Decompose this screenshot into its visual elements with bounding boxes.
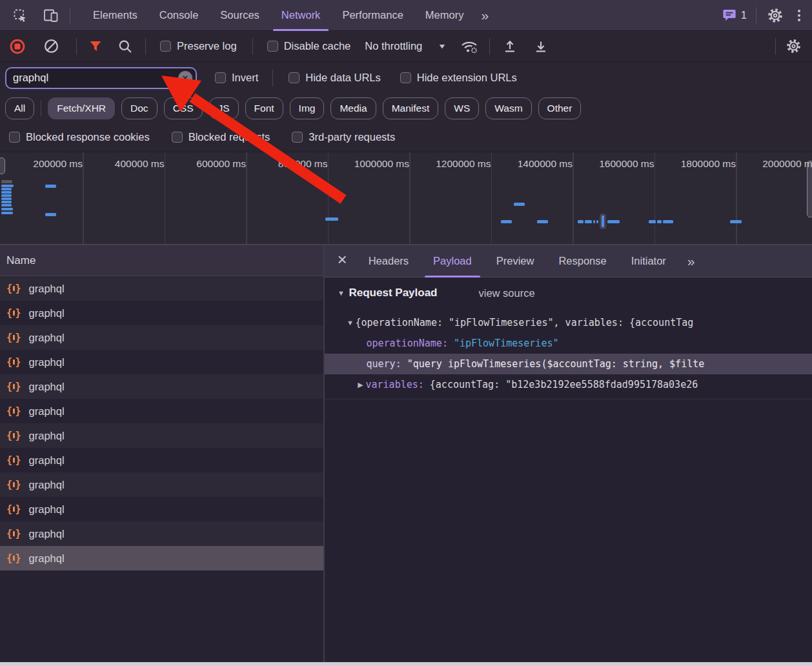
request-row[interactable]: {}graphql [0,399,323,423]
request-row[interactable]: {}graphql [0,301,323,325]
details-tab-payload[interactable]: Payload [421,245,484,278]
details-tab-preview[interactable]: Preview [484,245,547,278]
request-row[interactable]: {}graphql [0,546,323,570]
filter-input[interactable] [5,67,197,89]
brace: { [6,307,12,319]
waterfall-bar [1,188,12,190]
payload-query-line-selected[interactable]: query: "query ipFlowTimeseries($accountT… [325,354,812,374]
request-row[interactable]: {}graphql [0,325,323,350]
request-row[interactable]: {}graphql [0,276,323,301]
payload-summary-line[interactable]: ▼ {operationName: "ipFlowTimeseries", va… [325,312,812,333]
overview-left-handle[interactable] [0,157,5,174]
tab-memory[interactable]: Memory [414,0,475,31]
disable-cache-checkbox[interactable] [267,41,278,52]
brace: } [15,503,21,515]
request-row[interactable]: {}graphql [0,374,323,399]
3rd-party-requests-checkbox[interactable] [292,132,303,143]
preserve-log-checkbox[interactable] [160,41,171,52]
chip-css[interactable]: CSS [164,97,203,119]
expand-triangle-icon[interactable]: ▼ [345,319,356,327]
network-settings-gear-icon[interactable] [784,37,803,56]
payload-summary-text: {operationName: "ipFlowTimeseries", vari… [356,317,694,328]
network-conditions-icon[interactable] [460,37,479,56]
details-tab-response[interactable]: Response [546,245,618,278]
clear-filter-icon[interactable]: × [178,71,192,85]
payload-operation-line[interactable]: operationName: "ipFlowTimeseries" [325,333,812,354]
chip-fetch-xhr[interactable]: Fetch/XHR [48,97,115,119]
request-name: graphql [29,332,65,344]
chip-media[interactable]: Media [330,97,376,119]
request-name: graphql [29,283,65,295]
chip-ws[interactable]: WS [445,97,479,119]
details-tab-headers[interactable]: Headers [356,245,421,278]
filter-funnel-icon[interactable] [86,37,105,56]
chip-js[interactable]: JS [209,97,239,119]
inspect-element-icon[interactable] [10,6,30,25]
waterfall-bar [1,191,12,194]
issues-button[interactable]: 1 [722,8,747,22]
chip-doc[interactable]: Doc [121,97,157,119]
chip-wasm[interactable]: Wasm [485,97,531,119]
tab-sources[interactable]: Sources [209,0,270,31]
invert-checkbox[interactable] [215,72,226,83]
tab-performance[interactable]: Performance [331,0,414,31]
request-row[interactable]: {}graphql [0,423,323,448]
name-column-header[interactable]: Name [0,245,323,276]
clear-network-log-icon[interactable] [41,37,61,56]
network-overview-timeline[interactable]: 200000 ms400000 ms600000 ms800000 ms1000… [0,152,812,245]
network-main-area: Name {}graphql{}graphql{}graphql{}graphq… [0,245,812,662]
chip-img[interactable]: Img [290,97,325,119]
divider [70,7,70,24]
json-request-icon: {} [6,454,21,466]
filter-blocked-requests: Blocked requests [172,131,270,143]
request-row[interactable]: {}graphql [0,521,323,546]
export-har-icon[interactable] [531,37,551,56]
request-row[interactable]: {}graphql [0,472,323,497]
import-har-icon[interactable] [500,37,520,56]
brace: { [6,479,12,490]
tab-network[interactable]: Network [270,0,332,31]
request-name: graphql [29,430,65,442]
collapse-triangle-icon[interactable]: ▼ [336,289,347,297]
brace: } [15,283,21,294]
chip-manifest[interactable]: Manifest [383,97,439,119]
request-row[interactable]: {}graphql [0,497,323,521]
hide-extension-urls-checkbox[interactable] [400,72,411,83]
payload-variables-line[interactable]: ▶ variables: {accountTag: "b12e3b2192ee5… [325,374,812,395]
request-row[interactable]: {}graphql [0,448,323,472]
devtools-tab-bar: ElementsConsoleSourcesNetworkPerformance… [0,0,812,31]
brace: } [15,479,21,490]
hide-data-urls-checkbox[interactable] [289,72,299,83]
waterfall-bar [649,220,656,223]
chip-font[interactable]: Font [245,97,283,119]
brace: { [6,552,12,564]
view-source-link[interactable]: view source [479,287,535,299]
close-details-icon[interactable]: × [325,250,356,272]
brace: { [6,332,12,343]
brace: { [6,381,12,392]
throttling-select[interactable]: No throttling ▼ [365,40,445,52]
record-network-log-icon[interactable] [8,37,27,56]
more-panels-icon[interactable]: » [474,8,494,23]
device-toolbar-icon[interactable] [41,6,61,25]
tab-console[interactable]: Console [148,0,210,31]
details-tab-initiator[interactable]: Initiator [619,245,678,278]
chip-all[interactable]: All [5,97,34,119]
brace-bar [13,556,15,561]
settings-gear-icon[interactable] [766,6,785,25]
expand-triangle-icon[interactable]: ▶ [356,381,366,389]
tab-elements[interactable]: Elements [82,0,148,31]
json-request-icon: {} [6,430,21,441]
request-row[interactable]: {}graphql [0,350,323,374]
json-request-icon: {} [6,381,21,392]
request-name: graphql [29,528,65,540]
kebab-menu-icon[interactable] [794,10,804,21]
blocked-requests-checkbox[interactable] [172,132,183,143]
divider [76,38,77,55]
search-icon[interactable] [116,37,135,56]
chip-other[interactable]: Other [538,97,582,119]
details-more-tabs-icon[interactable]: » [681,254,701,269]
blocked-response-cookies-checkbox[interactable] [9,132,20,143]
waterfall-bar [663,220,673,223]
brace: { [6,430,12,441]
